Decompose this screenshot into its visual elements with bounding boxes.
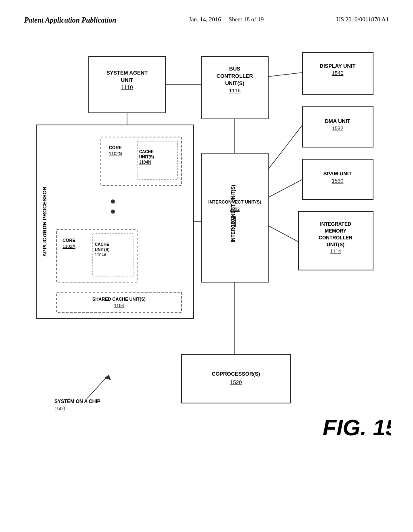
bus-ctrl-label1: BUS: [229, 66, 240, 72]
coprocessor-box: [181, 355, 290, 403]
system-agent-label2: UNIT: [121, 77, 133, 83]
interconnect-label1: INTERCONNECT UNIT(S): [230, 185, 236, 243]
fig-label: FIG. 15: [323, 415, 391, 440]
header-center: Jan. 14, 2016 Sheet 18 of 19: [189, 16, 264, 23]
line-inter-dma: [268, 125, 302, 169]
cache-n-num: 1104N: [139, 160, 151, 164]
dma-num: 1532: [332, 125, 344, 131]
dot2: [111, 210, 115, 214]
bus-ctrl-label2: CONTROLLER: [217, 73, 253, 79]
cache-a-num: 1104A: [95, 253, 106, 257]
publication-title: Patent Application Publication: [24, 16, 116, 25]
bus-ctrl-label3: UNIT(S): [225, 80, 244, 86]
soc-arrow-line: [85, 375, 109, 401]
soc-label2: 1500: [54, 406, 65, 411]
page-header: Patent Application Publication Jan. 14, …: [0, 16, 413, 25]
imc-label1: INTEGRATED: [320, 221, 351, 227]
interconnect-num: 1502: [230, 216, 236, 227]
shared-cache-box: [56, 292, 181, 312]
interconnect-hlabel: INTERCONNECT UNIT(S): [209, 200, 261, 204]
pub-date: Jan. 14, 2016: [189, 16, 221, 23]
coprocessor-num: 1520: [230, 379, 242, 385]
cache-n-label: CACHE: [139, 150, 154, 154]
cache-a-unit: UNIT(S): [95, 247, 110, 252]
line-inter-spam: [268, 179, 302, 197]
soc-label1: SYSTEM ON A CHIP: [54, 399, 100, 404]
interconnect-hnum: 1502: [230, 207, 240, 212]
imc-label4: UNIT(S): [327, 242, 344, 247]
cache-n-unit: UNIT(S): [139, 155, 154, 159]
system-agent-num: 1110: [121, 84, 133, 90]
sheet-info: Sheet 18 of 19: [229, 16, 264, 23]
core-a-num: 1102A: [63, 244, 75, 249]
core-a-label: CORE: [63, 238, 75, 243]
imc-label2: MEMORY: [325, 228, 346, 234]
display-num: 1540: [332, 70, 344, 76]
line-inter-imc: [268, 226, 298, 242]
core-n-label: CORE: [109, 145, 122, 150]
dma-label1: DMA UNIT: [325, 118, 350, 124]
patent-number: US 2016/0011870 A1: [336, 16, 389, 23]
line-bc-display: [268, 73, 302, 77]
app-processor-label: APPLICATION PROCESSOR: [42, 186, 48, 256]
spam-num: 1530: [332, 178, 344, 184]
spam-label1: SPAM UNIT: [323, 170, 352, 177]
core-n-num: 1102N: [109, 151, 122, 156]
coprocessor-label: COPROCESSOR(S): [212, 371, 260, 377]
imc-num: 1114: [330, 249, 341, 254]
app-processor-num: 1510: [42, 224, 48, 236]
display-label1: DISPLAY UNIT: [320, 63, 356, 69]
shared-cache-label: SHARED CACHE UNIT(S): [92, 297, 146, 301]
shared-cache-num: 1106: [114, 303, 124, 308]
imc-label3: CONTROLLER: [319, 235, 353, 241]
dot1: [111, 200, 115, 204]
system-agent-label1: SYSTEM AGENT: [106, 70, 148, 76]
bus-ctrl-num: 1116: [229, 87, 241, 94]
imc-box: [298, 212, 373, 270]
cache-a-label: CACHE: [95, 242, 109, 247]
diagram-svg: APPLICATION PROCESSOR 1510 CORE 1102N CA…: [20, 44, 391, 488]
